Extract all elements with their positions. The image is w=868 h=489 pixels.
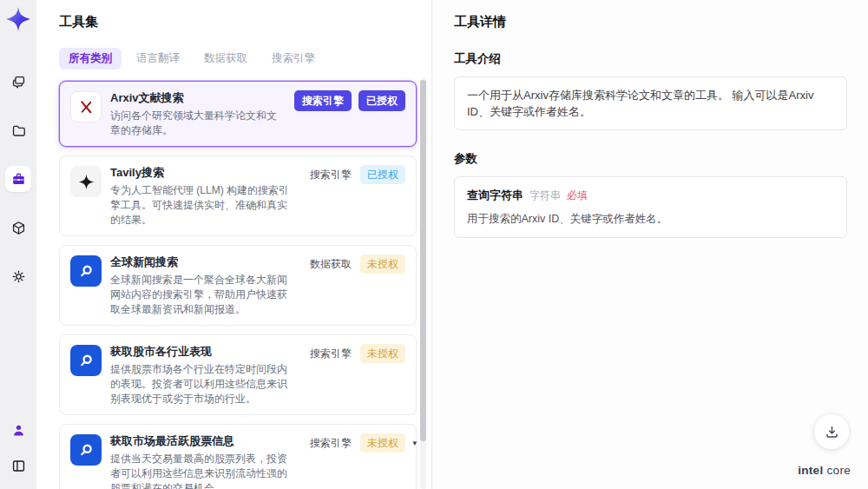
folder-icon[interactable] — [5, 117, 31, 143]
scroll-down-icon[interactable]: ▾ — [412, 439, 417, 447]
tool-card-arxiv[interactable]: Arxiv文献搜索 访问各个研究领域大量科学论文和文章的存储库。 搜索引擎 已授… — [59, 81, 417, 147]
parameter-card: 查询字符串 字符串 必填 用于搜索的Arxiv ID、关键字或作者姓名。 — [454, 176, 847, 238]
param-type: 字符串 — [529, 188, 561, 203]
collapse-panel-icon[interactable] — [5, 453, 31, 479]
chat-icon[interactable] — [5, 69, 31, 95]
category-label: 搜索引擎 — [308, 344, 353, 363]
user-profile-icon[interactable] — [5, 417, 31, 443]
tool-title: 获取市场最活跃股票信息 — [110, 433, 294, 450]
tab-language-translation[interactable]: 语言翻译 — [127, 48, 189, 69]
tool-list-panel: 工具集 所有类别 语言翻译 数据获取 搜索引擎 Arxiv文献搜索 访问各个研究… — [36, 0, 431, 489]
tool-description: 全球新闻搜索是一个聚合全球各大新闻网站内容的搜索引擎，帮助用户快速获取全球最新资… — [110, 273, 294, 317]
intel-logo-text: intel — [798, 464, 823, 477]
tool-title: 全球新闻搜索 — [110, 254, 294, 271]
category-label: 搜索引擎 — [308, 165, 353, 184]
auth-status-badge: 未授权 — [360, 344, 405, 363]
param-required-flag: 必填 — [567, 188, 588, 203]
intro-heading: 工具介绍 — [454, 51, 847, 67]
tab-data-fetch[interactable]: 数据获取 — [194, 48, 257, 69]
settings-gear-icon[interactable] — [5, 263, 31, 289]
tab-all-categories[interactable]: 所有类别 — [59, 48, 122, 69]
detail-title: 工具详情 — [454, 14, 847, 30]
auth-status-badge: 未授权 — [360, 433, 405, 453]
param-description: 用于搜索的Arxiv ID、关键字或作者姓名。 — [467, 211, 834, 227]
toolbox-icon[interactable] — [5, 166, 31, 192]
auth-status-badge: 未授权 — [360, 254, 405, 274]
rail-nav — [5, 69, 31, 289]
tool-card-tavily[interactable]: Tavily搜索 专为人工智能代理 (LLM) 构建的搜索引擎工具。可快速提供实… — [59, 155, 417, 236]
tool-title: Arxiv文献搜索 — [110, 89, 280, 107]
left-icon-rail — [0, 0, 36, 489]
tool-card-most-active-stocks[interactable]: 获取市场最活跃股票信息 提供当天交易量最高的股票列表，投资者可以利用这些信息来识… — [59, 424, 417, 489]
category-tabs: 所有类别 语言翻译 数据获取 搜索引擎 — [59, 48, 431, 69]
stock-search-icon — [70, 434, 102, 466]
tool-description: 提供股票市场各个行业在特定时间段内的表现。投资者可以利用这些信息来识别表现优于或… — [110, 362, 294, 406]
tool-description: 访问各个研究领域大量科学论文和文章的存储库。 — [110, 109, 280, 138]
app-window: 工具集 所有类别 语言翻译 数据获取 搜索引擎 Arxiv文献搜索 访问各个研究… — [0, 0, 868, 489]
params-heading: 参数 — [454, 151, 847, 167]
tool-detail-panel: 工具详情 工具介绍 一个用于从Arxiv存储库搜索科学论文和文章的工具。 输入可… — [431, 0, 868, 489]
list-scrollbar[interactable] — [420, 78, 426, 489]
tavily-star-icon — [70, 166, 102, 197]
cube-icon[interactable] — [5, 215, 31, 241]
auth-status-badge: 已授权 — [358, 90, 405, 111]
intel-core-logo: intel core — [798, 464, 851, 477]
auth-status-badge: 已授权 — [360, 165, 405, 184]
download-icon — [824, 424, 840, 440]
rail-bottom — [5, 417, 31, 479]
param-name: 查询字符串 — [467, 188, 523, 203]
tool-title: 获取股市各行业表现 — [110, 343, 294, 360]
scrollbar-thumb[interactable] — [420, 80, 426, 441]
tool-card-global-news[interactable]: 全球新闻搜索 全球新闻搜索是一个聚合全球各大新闻网站内容的搜索引擎，帮助用户快速… — [59, 245, 417, 326]
core-logo-text: core — [827, 464, 851, 477]
arxiv-logo-icon — [70, 91, 102, 122]
tool-title: Tavily搜索 — [110, 164, 294, 182]
news-search-icon — [70, 255, 102, 287]
tool-intro-text: 一个用于从Arxiv存储库搜索科学论文和文章的工具。 输入可以是Arxiv ID… — [454, 76, 847, 130]
download-button[interactable] — [814, 414, 849, 449]
category-label: 搜索引擎 — [308, 433, 353, 453]
tool-card-list: Arxiv文献搜索 访问各个研究领域大量科学论文和文章的存储库。 搜索引擎 已授… — [59, 81, 417, 489]
tab-search-engine[interactable]: 搜索引擎 — [262, 48, 325, 69]
app-logo-icon — [5, 6, 31, 32]
tool-description: 提供当天交易量最高的股票列表，投资者可以利用这些信息来识别流动性强的股票和潜在的… — [110, 452, 294, 489]
tool-description: 专为人工智能代理 (LLM) 构建的搜索引擎工具。可快速提供实时、准确和真实的结… — [110, 183, 294, 228]
category-badge: 搜索引擎 — [294, 90, 352, 111]
page-title: 工具集 — [59, 14, 431, 30]
tool-card-sector-performance[interactable]: 获取股市各行业表现 提供股票市场各个行业在特定时间段内的表现。投资者可以利用这些… — [59, 334, 417, 415]
category-label: 数据获取 — [308, 254, 353, 274]
stock-search-icon — [70, 345, 102, 376]
